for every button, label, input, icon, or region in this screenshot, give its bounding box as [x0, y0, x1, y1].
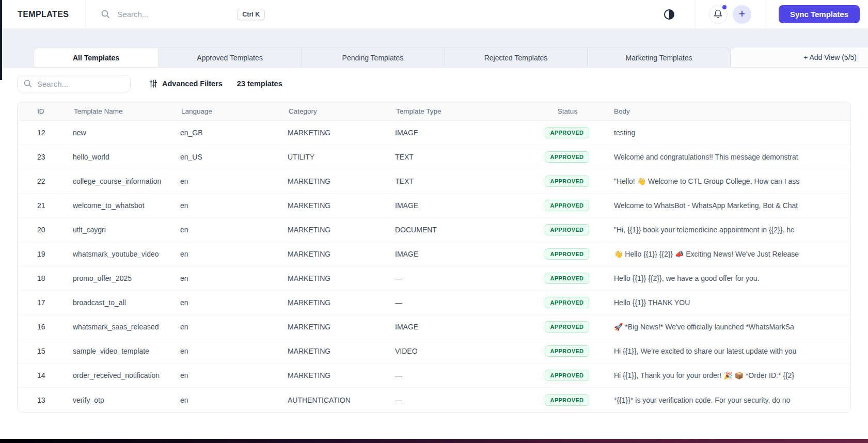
topbar-actions: + Sync Templates — [664, 0, 868, 29]
divider — [695, 0, 696, 29]
cell-status: APPROVED — [528, 176, 606, 187]
cell-template-type: IMAGE — [395, 201, 528, 210]
tab-marketing-templates[interactable]: Marketing Templates — [588, 48, 731, 67]
cell-status: APPROVED — [528, 248, 606, 260]
shortcut-hint: Ctrl K — [237, 9, 265, 20]
cell-category: MARKETING — [288, 347, 395, 355]
cell-body: Hello {{1}} {{2}}, we have a good offer … — [606, 274, 850, 282]
add-view-button[interactable]: + Add View (5/5) — [803, 53, 857, 61]
cell-category: MARKETING — [288, 226, 395, 234]
cell-status: APPROVED — [528, 394, 606, 406]
cell-template-name: welcome_to_whatsbot — [73, 201, 180, 210]
tab-rejected-templates[interactable]: Rejected Templates — [445, 48, 588, 67]
cell-language: en — [180, 347, 288, 355]
sync-templates-button[interactable]: Sync Templates — [779, 5, 860, 23]
cell-body: Hi {{1}}, Thank you for your order! 🎉 📦 … — [606, 371, 850, 379]
cell-language: en — [180, 298, 288, 307]
cell-status: APPROVED — [528, 200, 606, 211]
filters-icon — [149, 80, 157, 88]
cell-template-name: college_course_information — [73, 177, 180, 185]
cell-body: Hello {{1}} THANK YOU — [606, 298, 850, 307]
table-row[interactable]: 12 new en_GB MARKETING IMAGE APPROVED te… — [18, 121, 850, 145]
cell-status: APPROVED — [528, 297, 606, 308]
cell-status: APPROVED — [528, 127, 606, 138]
cell-category: MARKETING — [288, 201, 395, 210]
table-body: 12 new en_GB MARKETING IMAGE APPROVED te… — [18, 121, 850, 412]
list-toolbar: Advanced Filters 23 templates — [17, 75, 851, 92]
col-header-category: Category — [288, 107, 395, 115]
table-row[interactable]: 15 sample_video_template en MARKETING VI… — [18, 339, 850, 363]
global-search[interactable]: Search... Ctrl K — [101, 9, 265, 20]
status-badge: APPROVED — [545, 297, 590, 308]
cell-body: *{{1}}* is your verification code. For y… — [606, 396, 850, 404]
table-row[interactable]: 17 broadcast_to_all en MARKETING — APPRO… — [18, 291, 850, 315]
add-button[interactable]: + — [733, 5, 751, 24]
cell-category: MARKETING — [288, 177, 395, 185]
divider — [765, 0, 765, 29]
cell-status: APPROVED — [528, 370, 606, 381]
status-badge: APPROVED — [545, 321, 590, 333]
cell-id: 16 — [18, 323, 73, 331]
theme-toggle-icon[interactable] — [664, 9, 674, 20]
tab-all-templates[interactable]: All Templates — [34, 48, 159, 67]
tab-approved-templates[interactable]: Approved Templates — [159, 48, 302, 67]
cell-template-type: TEXT — [395, 177, 528, 185]
col-header-status: Status — [528, 107, 606, 115]
tabs-row: All TemplatesApproved TemplatesPending T… — [0, 48, 868, 67]
cell-template-name: new — [73, 129, 180, 137]
cell-language: en — [180, 201, 288, 210]
notifications-button[interactable] — [709, 5, 728, 24]
cell-category: MARKETING — [288, 250, 395, 258]
bell-icon — [713, 9, 723, 19]
divider — [85, 0, 86, 29]
advanced-filters-button[interactable]: Advanced Filters — [149, 80, 223, 88]
tab-pending-templates[interactable]: Pending Templates — [302, 48, 445, 67]
status-badge: APPROVED — [545, 127, 590, 138]
templates-page: TEMPLATES Search... Ctrl K + Sync Templa… — [0, 0, 868, 443]
table-search[interactable] — [17, 75, 131, 92]
advanced-filters-label: Advanced Filters — [162, 80, 223, 88]
cell-id: 23 — [18, 153, 73, 161]
status-badge: APPROVED — [545, 176, 590, 187]
table-row[interactable]: 14 order_received_notification en MARKET… — [18, 363, 850, 388]
templates-table: ID Template Name Language Category Templ… — [17, 102, 851, 413]
cell-language: en — [180, 177, 288, 185]
cell-id: 14 — [18, 371, 73, 379]
cell-template-name: verify_otp — [73, 396, 180, 404]
table-row[interactable]: 13 verify_otp en AUTHENTICATION — APPROV… — [18, 388, 850, 412]
cell-language: en — [180, 226, 288, 234]
table-search-input[interactable] — [37, 80, 115, 88]
status-badge: APPROVED — [545, 273, 590, 284]
col-header-template-name: Template Name — [73, 107, 180, 115]
bottom-window-edge — [0, 439, 868, 443]
cell-template-type: DOCUMENT — [395, 226, 528, 234]
cell-language: en_GB — [180, 129, 288, 137]
cell-category: MARKETING — [288, 371, 395, 379]
table-row[interactable]: 21 welcome_to_whatsbot en MARKETING IMAG… — [18, 194, 850, 218]
sidebar-edge — [0, 0, 2, 80]
page-title: TEMPLATES — [18, 10, 69, 19]
cell-id: 21 — [18, 201, 73, 210]
cell-template-name: whatsmark_youtube_video — [73, 250, 180, 258]
cell-language: en — [180, 250, 288, 258]
table-row[interactable]: 22 college_course_information en MARKETI… — [18, 169, 850, 194]
table-row[interactable]: 23 hello_world en_US UTILITY TEXT APPROV… — [18, 145, 850, 169]
cell-body: 🚀 *Big News!* We've officially launched … — [606, 323, 850, 331]
cell-template-type: — — [395, 371, 528, 379]
cell-template-type: TEXT — [395, 153, 528, 161]
cell-id: 19 — [18, 250, 73, 258]
table-row[interactable]: 19 whatsmark_youtube_video en MARKETING … — [18, 242, 850, 266]
status-badge: APPROVED — [545, 370, 590, 381]
table-row[interactable]: 16 whatsmark_saas_released en MARKETING … — [18, 315, 850, 339]
cell-template-name: order_received_notification — [73, 371, 180, 379]
tab-band: All TemplatesApproved TemplatesPending T… — [0, 29, 868, 68]
table-row[interactable]: 20 utlt_caygri en MARKETING DOCUMENT APP… — [18, 218, 850, 242]
global-search-placeholder[interactable]: Search... — [117, 10, 190, 19]
table-row[interactable]: 18 promo_offer_2025 en MARKETING — APPRO… — [18, 266, 850, 291]
cell-category: MARKETING — [288, 129, 395, 137]
cell-id: 15 — [18, 347, 73, 355]
cell-status: APPROVED — [528, 345, 606, 357]
cell-status: APPROVED — [528, 224, 606, 235]
cell-body: testing — [606, 129, 850, 137]
cell-template-type: IMAGE — [395, 250, 528, 258]
